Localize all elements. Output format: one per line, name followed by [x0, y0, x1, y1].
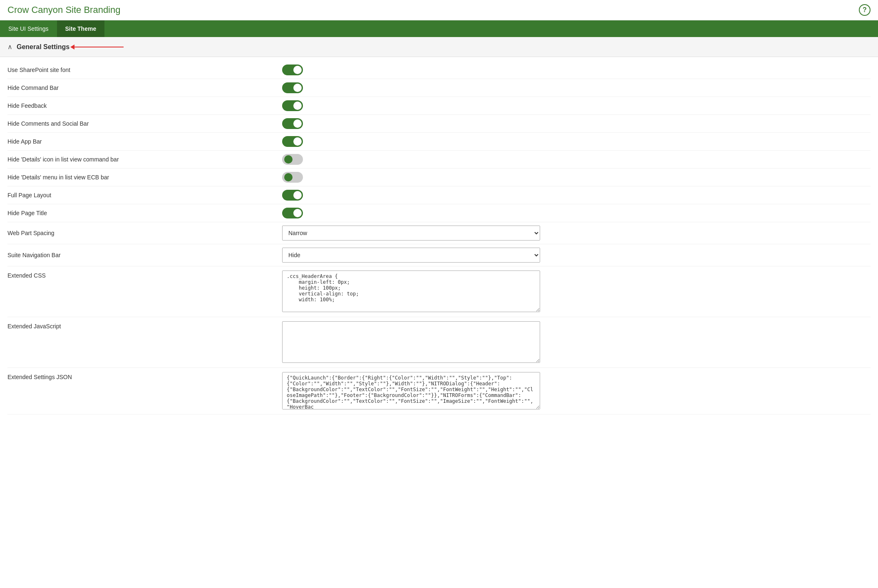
toggle-hide-comments-social[interactable] — [282, 118, 303, 129]
toggle-hide-feedback[interactable] — [282, 100, 303, 111]
label-web-part-spacing: Web Part Spacing — [7, 230, 282, 236]
label-use-sharepoint-font: Use SharePoint site font — [7, 67, 282, 73]
toggle-hide-page-title[interactable] — [282, 208, 303, 218]
row-extended-css: Extended CSS .ccs_HeaderArea { margin-le… — [7, 266, 871, 317]
toggle-full-page-layout[interactable] — [282, 190, 303, 201]
tab-site-ui-settings[interactable]: Site UI Settings — [0, 20, 57, 37]
tab-site-theme[interactable]: Site Theme — [57, 20, 105, 37]
label-hide-feedback: Hide Feedback — [7, 102, 282, 109]
label-hide-details-icon: Hide 'Details' icon in list view command… — [7, 156, 282, 163]
select-suite-navigation-bar[interactable]: Hide Show — [282, 248, 540, 263]
row-hide-feedback: Hide Feedback — [7, 97, 871, 115]
general-settings-header: ∧ General Settings — [0, 37, 878, 57]
control-hide-command-bar — [282, 82, 871, 93]
row-hide-details-icon: Hide 'Details' icon in list view command… — [7, 151, 871, 169]
toggle-use-sharepoint-font[interactable] — [282, 65, 303, 75]
textarea-extended-css[interactable]: .ccs_HeaderArea { margin-left: 0px; heig… — [282, 270, 540, 312]
help-button[interactable]: ? — [859, 4, 871, 16]
collapse-icon[interactable]: ∧ — [7, 43, 12, 51]
control-hide-page-title — [282, 208, 871, 218]
label-hide-comments-social: Hide Comments and Social Bar — [7, 120, 282, 127]
control-extended-css: .ccs_HeaderArea { margin-left: 0px; heig… — [282, 270, 871, 313]
row-hide-command-bar: Hide Command Bar — [7, 79, 871, 97]
toggle-hide-details-icon[interactable] — [282, 154, 303, 165]
control-web-part-spacing: Narrow Normal Wide — [282, 226, 871, 241]
label-extended-settings-json: Extended Settings JSON — [7, 372, 282, 380]
row-extended-javascript: Extended JavaScript — [7, 317, 871, 368]
control-hide-comments-social — [282, 118, 871, 129]
row-full-page-layout: Full Page Layout — [7, 186, 871, 204]
select-web-part-spacing[interactable]: Narrow Normal Wide — [282, 226, 540, 241]
section-title: General Settings — [17, 43, 69, 51]
app-title: Crow Canyon Site Branding — [7, 5, 120, 15]
control-hide-feedback — [282, 100, 871, 111]
title-bar: Crow Canyon Site Branding ? — [0, 0, 878, 20]
toggle-hide-command-bar[interactable] — [282, 82, 303, 93]
toggle-hide-app-bar[interactable] — [282, 136, 303, 147]
row-suite-navigation-bar: Suite Navigation Bar Hide Show — [7, 244, 871, 266]
nav-tabs: Site UI Settings Site Theme — [0, 20, 878, 37]
row-extended-settings-json: Extended Settings JSON {"QuickLaunch":{"… — [7, 368, 871, 414]
label-hide-details-menu: Hide 'Details' menu in list view ECB bar — [7, 174, 282, 181]
row-use-sharepoint-font: Use SharePoint site font — [7, 61, 871, 79]
textarea-extended-settings-json[interactable]: {"QuickLaunch":{"Border":{"Right":{"Colo… — [282, 372, 540, 409]
row-web-part-spacing: Web Part Spacing Narrow Normal Wide — [7, 222, 871, 244]
control-extended-settings-json: {"QuickLaunch":{"Border":{"Right":{"Colo… — [282, 372, 871, 411]
label-extended-javascript: Extended JavaScript — [7, 321, 282, 330]
control-hide-details-icon — [282, 154, 871, 165]
control-full-page-layout — [282, 190, 871, 201]
control-hide-app-bar — [282, 136, 871, 147]
row-hide-app-bar: Hide App Bar — [7, 133, 871, 151]
control-use-sharepoint-font — [282, 65, 871, 75]
label-hide-page-title: Hide Page Title — [7, 210, 282, 216]
textarea-extended-javascript[interactable] — [282, 321, 540, 363]
label-full-page-layout: Full Page Layout — [7, 192, 282, 198]
row-hide-page-title: Hide Page Title — [7, 204, 871, 222]
label-extended-css: Extended CSS — [7, 270, 282, 279]
arrow-indicator — [74, 47, 124, 47]
control-suite-navigation-bar: Hide Show — [282, 248, 871, 263]
label-hide-command-bar: Hide Command Bar — [7, 84, 282, 91]
label-hide-app-bar: Hide App Bar — [7, 138, 282, 145]
label-suite-navigation-bar: Suite Navigation Bar — [7, 252, 282, 258]
row-hide-details-menu: Hide 'Details' menu in list view ECB bar — [7, 169, 871, 186]
toggle-hide-details-menu[interactable] — [282, 172, 303, 183]
control-extended-javascript — [282, 321, 871, 364]
content-area: ∧ General Settings Use SharePoint site f… — [0, 37, 878, 423]
row-hide-comments-social: Hide Comments and Social Bar — [7, 115, 871, 133]
control-hide-details-menu — [282, 172, 871, 183]
